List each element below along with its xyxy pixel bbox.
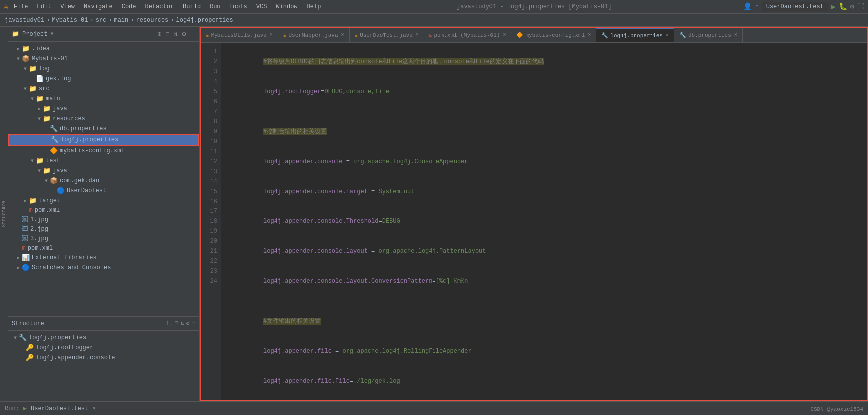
tab-db-properties[interactable]: 🔧 db.properties × xyxy=(674,28,743,43)
tree-item-pom-module[interactable]: m pom.xml xyxy=(8,206,199,215)
breadcrumb-item-4[interactable]: main xyxy=(114,17,128,24)
breadcrumb-item-3[interactable]: src xyxy=(96,17,107,24)
debug-button[interactable]: 🐛 xyxy=(839,2,847,11)
sidebar-minimize-icon[interactable]: − xyxy=(189,29,195,39)
tree-item-target[interactable]: ▶ 📁 target xyxy=(8,196,199,206)
structure-sort-up-icon[interactable]: ↑↓ xyxy=(166,320,173,327)
tree-item-pom-root[interactable]: m pom.xml xyxy=(8,243,199,253)
add-module-icon[interactable]: ⊕ xyxy=(156,29,162,39)
structure-item-root[interactable]: ▼ 🔧 log4j.properties xyxy=(8,333,199,343)
breadcrumb-item-5[interactable]: resources xyxy=(136,17,168,24)
tree-item-db-properties[interactable]: 🔧 db.properties xyxy=(8,124,199,134)
expand-button[interactable]: ⛶ xyxy=(857,3,864,11)
toolbar-right: 👤 ↑ UserDaoTest.test ▶ 🐛 ⚙ ⛶ xyxy=(743,2,864,12)
code-line-8: log4j.appender.console.layout = org.apac… xyxy=(227,236,861,266)
tab-close-log4j[interactable]: × xyxy=(666,33,669,38)
tree-item-resources[interactable]: ▼ 📁 resources xyxy=(8,114,199,124)
code-line-3 xyxy=(227,107,861,117)
tree-item-log[interactable]: ▼ 📁 log xyxy=(8,64,199,74)
tree-item-test[interactable]: ▼ 📁 test xyxy=(8,156,199,166)
tab-close-mybatisutils[interactable]: × xyxy=(270,32,273,38)
code-editor[interactable]: 1 2 3 4 5 6 7 8 9 10 11 12 13 14 15 16 1… xyxy=(201,43,867,400)
sidebar-title: 📁 Project ▼ xyxy=(12,30,53,38)
tab-usermapper[interactable]: ☕ UserMapper.java × xyxy=(278,28,350,43)
tree-item-3jpg[interactable]: 🖼 3.jpg xyxy=(8,234,199,243)
menu-item-tools[interactable]: Tools xyxy=(225,2,251,11)
breadcrumb-item-6[interactable]: log4j.properties xyxy=(176,17,233,24)
tree-item-log4j[interactable]: 🔧 log4j.properties xyxy=(8,134,199,146)
tree-item-mybatis01[interactable]: ▼ 📦 Mybatis-01 xyxy=(8,54,199,64)
tree-item-idea[interactable]: ▶ 📁 .idea xyxy=(8,44,199,54)
key-icon-rootlogger: 🔑 xyxy=(26,344,34,352)
run-config-name[interactable]: UserDaoTest.test xyxy=(31,405,88,412)
tree-item-gek-log[interactable]: 📄 gek.log xyxy=(8,74,199,84)
structure-item-rootlogger[interactable]: 🔑 log4j.rootLogger xyxy=(8,343,199,353)
tab-mybatisutils[interactable]: ☕ MybatisUtils.java × xyxy=(201,28,278,43)
tree-item-main[interactable]: ▼ 📁 main xyxy=(8,94,199,104)
structure-minimize-icon[interactable]: − xyxy=(192,320,195,327)
tree-label-resources: resources xyxy=(53,115,85,122)
menu-item-window[interactable]: Window xyxy=(272,2,301,11)
run-config-label[interactable]: UserDaoTest.test xyxy=(762,2,828,11)
collapse-all-icon[interactable]: ≡ xyxy=(164,29,170,39)
structure-item-appender-console[interactable]: 🔑 log4j.appender.console xyxy=(8,353,199,363)
tree-item-mybatis-config[interactable]: 🔶 mybatis-config.xml xyxy=(8,146,199,156)
run-tab-close[interactable]: × xyxy=(92,405,96,412)
sidebar-settings-icon[interactable]: ⚙ xyxy=(181,29,187,39)
code-line-12: log4j.appender.file = org.apache.log4j.R… xyxy=(227,336,861,366)
menu-item-file[interactable]: File xyxy=(10,2,32,11)
app-logo: ☕ xyxy=(4,2,9,12)
tree-item-external-libs[interactable]: ▶ 📊 External Libraries xyxy=(8,253,199,263)
tree-label-userdaotest: UserDaoTest xyxy=(67,187,106,194)
tree-item-java-test[interactable]: ▼ 📁 java xyxy=(8,166,199,176)
breadcrumb-item-2[interactable]: Mybatis-01 xyxy=(52,17,88,24)
tree-item-java-main[interactable]: ▶ 📁 java xyxy=(8,104,199,114)
tree-item-userdaotest[interactable]: 🔵 UserDaoTest xyxy=(8,186,199,196)
editor-area: ☕ MybatisUtils.java × ☕ UserMapper.java … xyxy=(200,27,868,401)
tab-log4j[interactable]: 🔧 log4j.properties × xyxy=(596,28,674,43)
tab-close-mybatis-config[interactable]: × xyxy=(588,32,591,38)
menu-item-help[interactable]: Help xyxy=(303,2,325,11)
file-icon-db: 🔧 xyxy=(50,125,58,133)
menu-item-refactor[interactable]: Refactor xyxy=(141,2,178,11)
sidebar-dropdown-icon[interactable]: ▼ xyxy=(50,31,53,37)
tree-item-scratches[interactable]: ▶ 🔵 Scratches and Consoles xyxy=(8,263,199,273)
tab-close-db[interactable]: × xyxy=(734,32,737,38)
tab-close-userdaotest[interactable]: × xyxy=(416,32,419,38)
settings-button[interactable]: ⚙ xyxy=(850,2,854,11)
code-line-7: log4j.appender.console.Threshold=DEBUG xyxy=(227,207,861,236)
tab-userdaotest[interactable]: ☕ UserDaoTest.java × xyxy=(350,28,424,43)
tab-mybatis-config[interactable]: 🔶 mybatis-config.xml × xyxy=(511,28,596,43)
menu-item-code[interactable]: Code xyxy=(118,2,140,11)
menu-item-build[interactable]: Build xyxy=(179,2,205,11)
tab-label-userdaotest: UserDaoTest.java xyxy=(360,32,413,38)
image-icon-3jpg: 🖼 xyxy=(22,235,28,242)
tree-item-src[interactable]: ▼ 📁 src xyxy=(8,84,199,94)
user-icon[interactable]: 👤 xyxy=(743,2,752,11)
structure-collapse-icon[interactable]: ≡ xyxy=(175,320,178,327)
structure-sort-alpha-icon[interactable]: ⇅ xyxy=(180,320,184,327)
vcs-update-icon[interactable]: ↑ xyxy=(755,3,759,11)
tree-item-1jpg[interactable]: 🖼 1.jpg xyxy=(8,215,199,224)
run-button[interactable]: ▶ xyxy=(831,2,836,12)
tree-item-com-gek-dao[interactable]: ▼ 📦 com.gek.dao xyxy=(8,176,199,186)
file-icon-mybatis-config: 🔶 xyxy=(50,147,58,155)
code-line-2: log4j.rootLogger=DEBUG,console,file xyxy=(227,77,861,107)
structure-settings-icon[interactable]: ⚙ xyxy=(186,320,190,327)
run-label: Run: xyxy=(5,405,19,412)
menu-item-edit[interactable]: Edit xyxy=(33,2,55,11)
tree-item-2jpg[interactable]: 🖼 2.jpg xyxy=(8,224,199,234)
menu-item-view[interactable]: View xyxy=(56,2,79,11)
tab-close-usermapper[interactable]: × xyxy=(341,32,344,38)
menu-item-run[interactable]: Run xyxy=(206,2,224,11)
menu-item-navigate[interactable]: Navigate xyxy=(80,2,117,11)
structure-vertical-label[interactable]: Structure xyxy=(0,27,8,401)
tree-label-idea: .idea xyxy=(32,45,50,52)
code-content[interactable]: #将等级为DEBUG的日志信息输出到console和file这两个目的地，con… xyxy=(221,43,867,400)
tree-label-log4j: log4j.properties xyxy=(61,136,118,143)
breadcrumb-item-1[interactable]: javastudy01 xyxy=(5,17,44,24)
sidebar-sort-icon[interactable]: ⇅ xyxy=(173,29,179,39)
tab-close-pom-mybatis01[interactable]: × xyxy=(503,32,506,38)
tab-pom-mybatis01[interactable]: m pom.xml (Mybatis-01) × xyxy=(424,28,512,43)
menu-item-vcs[interactable]: VCS xyxy=(252,2,271,11)
